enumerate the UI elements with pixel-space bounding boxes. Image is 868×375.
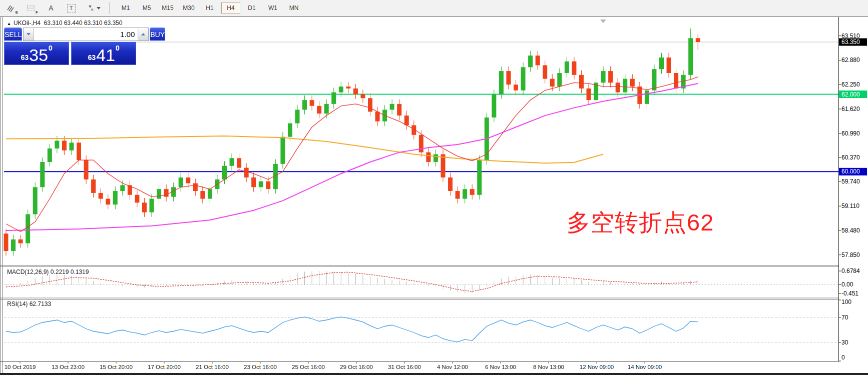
ohlc-high: 63.440 — [64, 20, 83, 26]
bid-big-figure: 63 — [21, 54, 29, 62]
text-label-tool-icon[interactable]: A — [45, 2, 57, 14]
timeframe-button-m30[interactable]: M30 — [179, 2, 198, 14]
volume-input[interactable] — [34, 28, 138, 40]
bid-pipette: 0 — [49, 44, 53, 52]
symbol-ohlc-line: ▲UKOil-,H4 63.310 63.440 63.310 63.350 — [7, 20, 122, 26]
macd-histogram — [6, 271, 698, 294]
chart-text-annotation: 多空转折点62 — [567, 207, 714, 238]
sell-button[interactable]: SELL — [4, 28, 22, 41]
timeframe-button-m1[interactable]: M1 — [116, 2, 135, 14]
letter-e-badge: E — [16, 10, 18, 14]
macd-label: MACD(12,26,9) 0.2219 0.1319 — [7, 268, 89, 276]
timeframe-button-d1[interactable]: D1 — [242, 2, 261, 14]
rsi-label: RSI(14) 62.7133 — [7, 300, 51, 308]
fibonacci-grid-tool-icon[interactable]: F — [25, 2, 37, 14]
ohlc-open: 63.310 — [44, 20, 63, 26]
ask-price-button[interactable]: 63 41 0 — [71, 42, 136, 65]
triangle-down-icon — [27, 33, 31, 36]
buy-button[interactable]: BUY — [150, 28, 165, 41]
ma-orange-line — [6, 136, 603, 163]
timeframe-button-w1[interactable]: W1 — [263, 2, 282, 14]
chart-shift-marker-icon[interactable] — [600, 20, 606, 23]
rsi-line — [6, 317, 698, 342]
up-triangle-icon: ▲ — [7, 22, 11, 26]
bid-price-button[interactable]: 63 35 0 — [4, 42, 69, 65]
ohlc-close: 63.350 — [104, 20, 123, 26]
timeframe-toolbar: M1M5M15M30H1H4D1W1MN — [116, 2, 303, 14]
timeframe-button-h1[interactable]: H1 — [200, 2, 219, 14]
volume-decrease-button[interactable] — [24, 28, 34, 40]
ask-pipette: 0 — [116, 44, 120, 52]
text-tool-icon[interactable]: T — [65, 2, 77, 14]
triangle-up-icon — [141, 33, 145, 36]
toolbar-separator — [109, 2, 110, 14]
elliott-waves-tool-icon[interactable]: E — [5, 2, 17, 14]
timeframe-button-h4[interactable]: H4 — [221, 2, 240, 14]
ohlc-low: 63.310 — [84, 20, 103, 26]
ask-big-figure: 63 — [88, 54, 96, 62]
timeframe-button-m5[interactable]: M5 — [137, 2, 156, 14]
timeframe-button-m15[interactable]: M15 — [158, 2, 177, 14]
time-axis[interactable] — [0, 362, 838, 373]
toolbar: E F A T M1M5M15M30H1H4D1W1MN — [0, 0, 868, 16]
volume-stepper — [23, 28, 149, 41]
dropdown-caret-icon — [97, 7, 101, 10]
line-studies-toolbar: E F A T — [0, 2, 102, 14]
volume-increase-button[interactable] — [138, 28, 148, 40]
one-click-trading-panel: SELL BUY 63 35 0 63 41 0 — [4, 28, 136, 65]
letter-f-badge: F — [36, 10, 38, 14]
timeframe-button-mn[interactable]: MN — [284, 2, 303, 14]
arrows-tool-icon[interactable] — [85, 2, 102, 14]
symbol-name: UKOil-,H4 — [14, 20, 41, 26]
ask-pips: 41 — [96, 48, 115, 63]
bid-pips: 35 — [29, 48, 48, 63]
price-axis[interactable] — [838, 18, 868, 362]
macd-signal-line — [6, 272, 698, 292]
